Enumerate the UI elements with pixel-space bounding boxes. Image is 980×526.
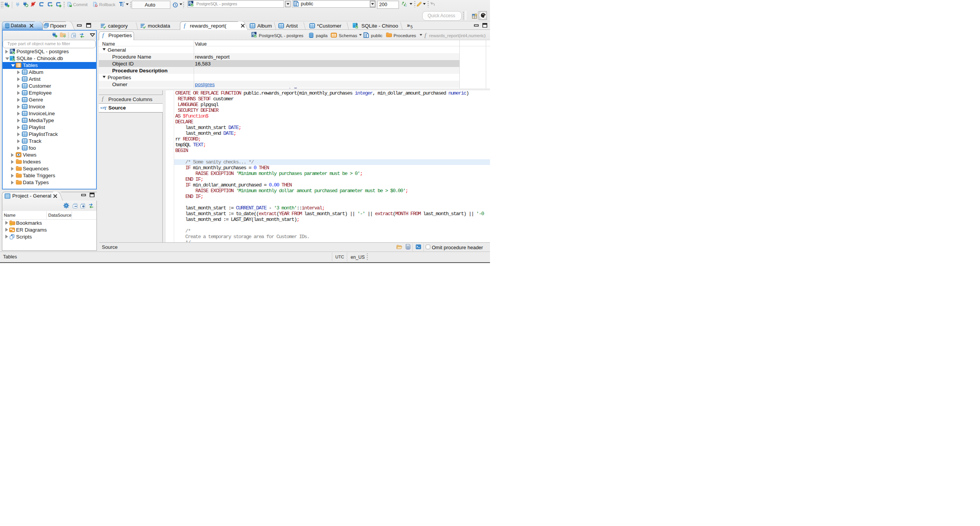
svg-text:f: f [425,32,427,38]
svg-text:T: T [104,105,107,111]
svg-text:f: f [102,32,105,38]
svg-text:f: f [102,96,104,102]
svg-text:f: f [184,23,186,29]
